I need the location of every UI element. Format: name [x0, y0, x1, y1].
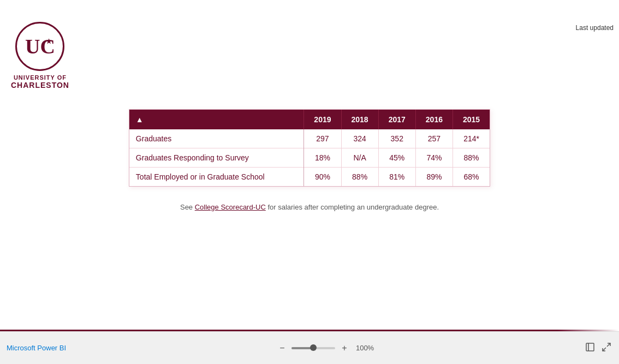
row-label-responding: Graduates Responding to Survey	[129, 148, 304, 168]
row-label-employed: Total Employed or in Graduate School	[129, 168, 304, 187]
responding-2015: 88%	[453, 148, 490, 168]
fit-page-button[interactable]	[584, 341, 596, 355]
footer-note-suffix: for salaries after completing an undergr…	[266, 203, 439, 211]
college-scorecard-link[interactable]: College Scorecard-UC	[195, 203, 266, 211]
table-header-sort[interactable]: ▲	[129, 110, 304, 129]
logo-uc-text: UC★	[25, 36, 55, 57]
table-header-2016[interactable]: 2016	[415, 110, 453, 129]
fullscreen-button[interactable]	[600, 341, 612, 355]
table-header-row: ▲ 2019 2018 2017 2016 2015	[129, 110, 490, 129]
zoom-controls: − + 100%	[276, 342, 374, 354]
data-table: ▲ 2019 2018 2017 2016 2015 Graduates 297…	[129, 110, 490, 186]
responding-2019: 18%	[304, 148, 341, 168]
zoom-slider-track[interactable]	[291, 347, 335, 349]
zoom-slider-thumb	[310, 344, 317, 351]
row-label-graduates: Graduates	[129, 129, 304, 148]
table-row: Graduates 297 324 352 257 214*	[129, 129, 490, 148]
graduates-2017: 352	[378, 129, 415, 148]
logo-text: UNIVERSITY OF CHARLESTON	[11, 74, 69, 89]
logo-star-icon: ★	[46, 38, 52, 45]
bottom-bar: Microsoft Power BI − + 100%	[0, 331, 619, 364]
table-row: Total Employed or in Graduate School 90%…	[129, 168, 490, 187]
svg-rect-0	[586, 343, 594, 351]
bottom-right-icons	[584, 341, 612, 355]
table-header-2019[interactable]: 2019	[304, 110, 341, 129]
table-row: Graduates Responding to Survey 18% N/A 4…	[129, 148, 490, 168]
responding-2017: 45%	[378, 148, 415, 168]
employed-2015: 68%	[453, 168, 490, 187]
graduates-2018: 324	[341, 129, 378, 148]
responding-2018: N/A	[341, 148, 378, 168]
employed-2018: 88%	[341, 168, 378, 187]
university-of-label: UNIVERSITY OF	[11, 74, 69, 81]
powerbi-link[interactable]: Microsoft Power BI	[7, 344, 66, 352]
table-header-2018[interactable]: 2018	[341, 110, 378, 129]
zoom-level-label: 100%	[356, 344, 374, 352]
table-header-2017[interactable]: 2017	[378, 110, 415, 129]
table-header-2015[interactable]: 2015	[453, 110, 490, 129]
main-content: ▲ 2019 2018 2017 2016 2015 Graduates 297…	[0, 109, 619, 331]
zoom-plus-button[interactable]: +	[338, 342, 350, 354]
last-updated-label: Last updated	[576, 24, 614, 32]
employed-2017: 81%	[378, 168, 415, 187]
graduates-2019: 297	[304, 129, 341, 148]
sort-icon: ▲	[136, 115, 144, 124]
svg-line-3	[603, 348, 606, 351]
logo-area: UC★ UNIVERSITY OF CHARLESTON	[11, 22, 69, 89]
graduates-2015: 214*	[453, 129, 490, 148]
charleston-label: CHARLESTON	[11, 81, 69, 89]
zoom-minus-button[interactable]: −	[276, 342, 288, 354]
svg-line-2	[607, 343, 610, 347]
graduates-2016: 257	[415, 129, 453, 148]
header: UC★ UNIVERSITY OF CHARLESTON Last update…	[0, 0, 619, 104]
logo-circle: UC★	[15, 22, 64, 71]
responding-2016: 74%	[415, 148, 453, 168]
footer-note: See College Scorecard-UC for salaries af…	[180, 203, 439, 211]
data-table-wrapper: ▲ 2019 2018 2017 2016 2015 Graduates 297…	[129, 109, 490, 187]
footer-note-prefix: See	[180, 203, 195, 211]
employed-2019: 90%	[304, 168, 341, 187]
employed-2016: 89%	[415, 168, 453, 187]
